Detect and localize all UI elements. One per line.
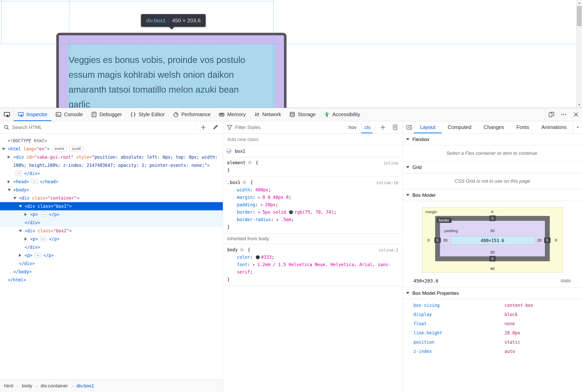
twisty-icon[interactable] <box>8 189 11 191</box>
ellipsis-chip[interactable]: ⋯ <box>40 236 47 241</box>
stylesheet-link[interactable]: inline:2 <box>379 246 398 254</box>
filter-styles-input[interactable] <box>235 125 343 130</box>
breadcrumb-item-div.box1[interactable]: div.box1 <box>76 383 94 389</box>
selector-highlighter-icon[interactable] <box>248 160 252 164</box>
expand-shorthand-icon[interactable] <box>253 264 255 266</box>
markup-node-row[interactable]: <div class="container"> <box>0 194 223 202</box>
tab-storage[interactable]: Storage <box>285 108 320 121</box>
markup-node-row[interactable]: </html> <box>0 276 223 284</box>
rule-selector[interactable]: element <box>227 160 246 165</box>
css-declaration[interactable]: margin: 0 0 40px 0; <box>227 194 398 201</box>
twisty-icon[interactable] <box>2 148 5 150</box>
markup-node-row[interactable]: <!DOCTYPE html> <box>0 137 223 145</box>
border-left-value[interactable]: 5 <box>434 237 441 243</box>
margin-right-value[interactable]: 0 <box>550 238 563 242</box>
close-button[interactable] <box>570 108 582 121</box>
add-rule-button[interactable] <box>378 121 388 133</box>
pane-toggle-button[interactable] <box>404 121 414 133</box>
markup-node-row[interactable]: <p>⋯</p> <box>0 210 223 219</box>
markup-node-row[interactable]: <div class="box1"> <box>0 202 223 210</box>
search-html-input[interactable] <box>12 125 193 130</box>
twisty-icon[interactable] <box>13 197 16 199</box>
selector-highlighter-icon[interactable] <box>242 179 247 184</box>
margin-bottom-value[interactable]: 40 <box>422 266 563 271</box>
eyedropper-button[interactable] <box>211 121 220 133</box>
color-swatch[interactable] <box>289 210 293 214</box>
border-top-value[interactable]: 5 <box>489 215 496 221</box>
tab-performance[interactable]: Performance <box>169 108 215 121</box>
tab-memory[interactable]: Memory <box>215 108 250 121</box>
markup-node-row[interactable]: </div> <box>0 259 223 268</box>
event-badge[interactable]: event <box>52 146 67 151</box>
more-tabs-button[interactable] <box>573 121 582 133</box>
css-declaration[interactable]: border: 5px solid rgb(75, 70, 74); <box>227 209 398 216</box>
expand-shorthand-icon[interactable] <box>277 219 279 221</box>
content-box[interactable]: 400×153.6 <box>451 236 535 245</box>
padding-right-value[interactable]: 20 <box>534 238 545 242</box>
breadcrumb-item-html[interactable]: html <box>4 383 13 389</box>
padding-left-value[interactable]: 20 <box>440 238 451 242</box>
rdm-button[interactable] <box>545 108 557 121</box>
markup-node-row[interactable]: <body> <box>0 186 223 194</box>
tab-accessibility[interactable]: Accessibility <box>320 108 364 121</box>
ellipsis-chip[interactable]: ⋯ <box>15 171 22 176</box>
twisty-icon[interactable] <box>25 213 27 216</box>
class-checkbox[interactable] <box>227 149 231 154</box>
css-declaration[interactable]: border-radius: .5em; <box>227 216 398 223</box>
pseudo-class-toggle[interactable]: :hov <box>345 121 359 133</box>
margin-top-value[interactable]: 0 <box>422 210 563 214</box>
tab-network[interactable]: Network <box>250 108 285 121</box>
ellipsis-chip[interactable]: ⋯ <box>35 253 41 258</box>
page-scrollbar[interactable] <box>576 0 582 108</box>
markup-node-row[interactable]: <html lang="en">eventscroll <box>0 145 223 153</box>
print-media-button[interactable] <box>390 121 400 133</box>
tab-computed[interactable]: Computed <box>442 121 477 133</box>
class-panel-toggle[interactable]: .cls <box>361 121 373 133</box>
css-declaration[interactable]: font: 1.2em / 1.5 Helvetica Neue, Helvet… <box>227 261 398 276</box>
padding-top-value[interactable]: 20 <box>422 228 563 233</box>
twisty-icon[interactable] <box>19 254 21 257</box>
box-model-header[interactable]: Box Model <box>403 189 582 201</box>
css-declaration[interactable]: width: 400px; <box>227 186 398 194</box>
border-bottom-value[interactable]: 5 <box>489 256 496 262</box>
add-new-class-row[interactable]: Add new class <box>223 134 402 145</box>
grid-header[interactable]: Grid <box>403 161 582 173</box>
tab-animations[interactable]: Animations <box>535 121 573 133</box>
markup-node-row[interactable]: </body> <box>0 268 223 276</box>
markup-node-row[interactable]: <div class="box2"> <box>0 227 223 235</box>
margin-left-value[interactable]: 0 <box>422 238 435 242</box>
rule-selector[interactable]: .box1 <box>227 180 240 185</box>
stylesheet-link[interactable]: inline:16 <box>376 179 398 187</box>
tab-style-editor[interactable]: Style Editor <box>126 108 169 121</box>
css-declaration[interactable]: color: #333; <box>227 254 398 261</box>
padding-bottom-value[interactable]: 20 <box>422 250 563 254</box>
box-model-properties-header[interactable]: Box Model Properties <box>403 287 582 299</box>
flexbox-header[interactable]: Flexbox <box>403 134 582 145</box>
twisty-icon[interactable] <box>8 156 10 159</box>
markup-node-row[interactable]: <head>⋯</head> <box>0 178 223 186</box>
twisty-icon[interactable] <box>8 180 10 183</box>
border-right-value[interactable]: 5 <box>544 237 551 243</box>
scroll-up-icon[interactable] <box>576 0 582 6</box>
markup-node-row[interactable]: </div> <box>0 243 223 251</box>
tab-fonts[interactable]: Fonts <box>510 121 535 133</box>
stylesheet-link[interactable]: inline <box>383 159 398 167</box>
tab-changes[interactable]: Changes <box>477 121 510 133</box>
tab-layout[interactable]: Layout <box>414 121 442 133</box>
expand-shorthand-icon[interactable] <box>261 204 263 206</box>
twisty-icon[interactable] <box>19 230 22 232</box>
breadcrumb-item-body[interactable]: body <box>22 383 32 389</box>
scrollbar-thumb[interactable] <box>577 6 582 26</box>
twisty-icon[interactable] <box>19 205 22 208</box>
tab-console[interactable]: Console <box>51 108 87 121</box>
twisty-icon[interactable] <box>25 237 27 241</box>
selector-highlighter-icon[interactable] <box>240 247 244 251</box>
scroll-badge[interactable]: scroll <box>69 146 83 151</box>
ellipsis-chip[interactable]: ⋯ <box>40 212 47 217</box>
tab-inspector[interactable]: Inspector <box>14 108 51 121</box>
markup-node-row[interactable]: <div id="saka-gui-root" style="position:… <box>0 153 223 178</box>
meatball-menu-button[interactable] <box>557 108 570 121</box>
color-swatch[interactable] <box>256 255 260 259</box>
tab-debugger[interactable]: Debugger <box>87 108 126 121</box>
expand-shorthand-icon[interactable] <box>258 196 260 199</box>
